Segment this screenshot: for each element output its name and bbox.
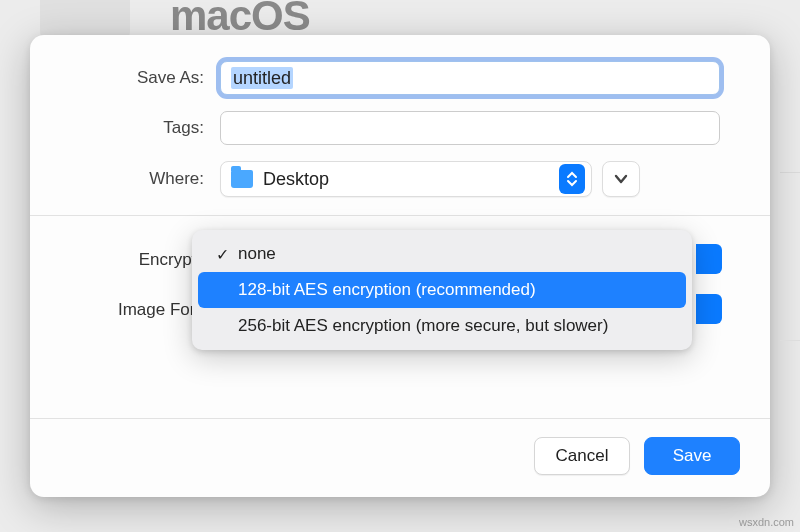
encryption-dropdown-menu: ✓ none 128-bit AES encryption (recommend… — [192, 230, 692, 350]
options-section: Encryption Image Forma ✓ none 128-bit AE… — [30, 222, 770, 370]
checkmark-icon: ✓ — [212, 245, 232, 264]
where-value: Desktop — [263, 169, 329, 190]
encryption-option-256bit[interactable]: 256-bit AES encryption (more secure, but… — [198, 308, 686, 344]
save-button[interactable]: Save — [644, 437, 740, 475]
where-popup[interactable]: Desktop — [220, 161, 592, 197]
background-window-title: macOS — [170, 0, 310, 40]
save-as-label: Save As: — [80, 68, 220, 88]
divider — [30, 215, 770, 216]
image-format-popup-stepper-icon — [696, 294, 722, 324]
encryption-option-128bit[interactable]: 128-bit AES encryption (recommended) — [198, 272, 686, 308]
expand-dialog-button[interactable] — [602, 161, 640, 197]
save-name-section: Save As: untitled Tags: Where: Desktop — [30, 35, 770, 209]
encryption-popup-stepper-icon — [696, 244, 722, 274]
tags-input[interactable] — [220, 111, 720, 145]
folder-icon — [231, 170, 253, 188]
chevron-down-icon — [613, 173, 629, 185]
save-dialog-sheet: Save As: untitled Tags: Where: Desktop — [30, 35, 770, 497]
background-disk-icon — [40, 0, 130, 40]
save-as-input[interactable]: untitled — [220, 61, 720, 95]
updown-stepper-icon — [559, 164, 585, 194]
tags-label: Tags: — [80, 118, 220, 138]
where-label: Where: — [80, 169, 220, 189]
cancel-button[interactable]: Cancel — [534, 437, 630, 475]
watermark: wsxdn.com — [739, 516, 794, 528]
encryption-option-none[interactable]: ✓ none — [198, 236, 686, 272]
dialog-footer: Cancel Save — [30, 418, 770, 497]
